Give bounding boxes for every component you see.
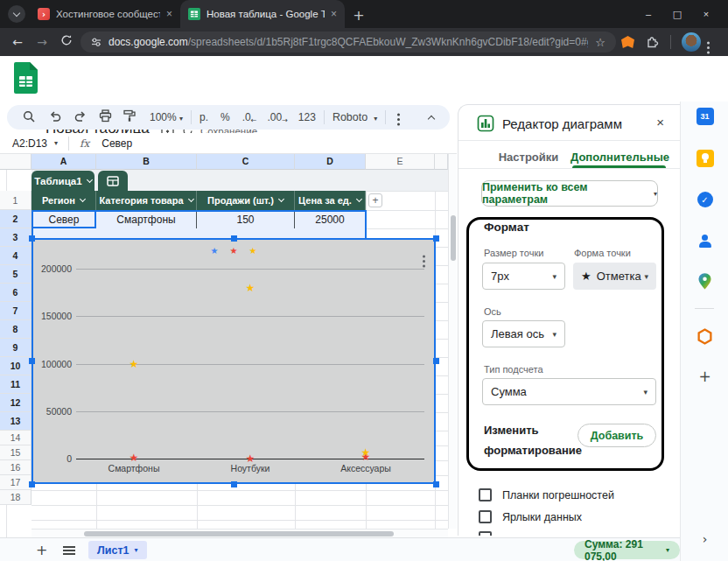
clipped-checkbox[interactable] bbox=[479, 531, 492, 536]
chart-resize-handle[interactable] bbox=[29, 358, 35, 364]
browser-tab-sheets[interactable]: Новая таблица - Google Табли × bbox=[180, 0, 345, 28]
add-sheet-button[interactable]: + bbox=[36, 542, 47, 558]
row-header-11[interactable]: 11 bbox=[0, 375, 32, 394]
tab-customize[interactable]: Дополнительные bbox=[570, 151, 667, 164]
increase-decimal-button[interactable]: .00→ bbox=[267, 111, 287, 124]
name-box-caret-icon[interactable]: ▾ bbox=[54, 139, 58, 147]
column-header-E[interactable]: E bbox=[366, 154, 435, 170]
error-bars-checkbox[interactable] bbox=[479, 488, 492, 501]
point-shape-dropdown[interactable]: ★Отметка▾ bbox=[573, 263, 656, 290]
axis-dropdown[interactable]: Левая ось▾ bbox=[482, 320, 565, 347]
close-window-button[interactable]: × bbox=[691, 1, 721, 27]
row-header-8[interactable]: 8 bbox=[0, 320, 32, 339]
sum-badge[interactable]: Сумма: 291 075,00▾ bbox=[574, 541, 680, 559]
redo-icon[interactable] bbox=[74, 109, 88, 125]
horizontal-scroll-thumb[interactable] bbox=[84, 531, 394, 536]
browser-tab-timeweb[interactable]: › Хостинговое сообщество «Tim × bbox=[30, 0, 180, 28]
chart-resize-handle[interactable] bbox=[231, 481, 237, 487]
row-header-6[interactable]: 6 bbox=[0, 284, 32, 302]
chart-resize-handle[interactable] bbox=[433, 235, 439, 242]
collapse-toolbar-icon[interactable] bbox=[428, 115, 435, 122]
data-labels-checkbox[interactable] bbox=[479, 510, 492, 523]
row-header-17[interactable]: 17 bbox=[0, 475, 32, 490]
horizontal-scrollbar[interactable] bbox=[32, 529, 448, 537]
column-header-A[interactable]: A bbox=[32, 154, 96, 170]
row-header-10[interactable]: 10 bbox=[0, 357, 32, 375]
chart-resize-handle[interactable] bbox=[433, 481, 439, 487]
table-grid-chip[interactable] bbox=[98, 171, 128, 191]
google-keep-icon[interactable] bbox=[681, 150, 728, 167]
chart-menu-kebab[interactable] bbox=[423, 250, 425, 266]
all-sheets-icon[interactable] bbox=[63, 546, 75, 548]
addon-icon[interactable] bbox=[681, 328, 728, 345]
table-name-chip[interactable]: Таблица1 bbox=[32, 171, 94, 191]
google-maps-icon[interactable] bbox=[681, 273, 728, 290]
chart-resize-handle[interactable] bbox=[29, 235, 35, 242]
table-header-sales[interactable]: Продажи (шт.) bbox=[197, 191, 295, 210]
undo-icon[interactable] bbox=[48, 109, 62, 125]
new-tab-button[interactable]: + bbox=[348, 4, 369, 25]
close-panel-icon[interactable]: × bbox=[656, 115, 664, 130]
search-icon[interactable] bbox=[23, 110, 35, 125]
chart-resize-handle[interactable] bbox=[231, 235, 237, 242]
tab-search-button[interactable] bbox=[8, 5, 25, 23]
row-header-16[interactable]: 16 bbox=[0, 460, 32, 475]
row-header-5[interactable]: 5 bbox=[0, 265, 32, 284]
column-header-partial[interactable] bbox=[435, 154, 448, 170]
chart-resize-handle[interactable] bbox=[29, 481, 35, 487]
cell-C2[interactable]: 150 bbox=[197, 210, 295, 228]
toolbar-more-kebab[interactable] bbox=[397, 111, 400, 123]
apply-to-all-dropdown[interactable]: Применить ко всем параметрам▾ bbox=[481, 180, 658, 207]
row-header-9[interactable]: 9 bbox=[0, 339, 32, 357]
row-header-4[interactable]: 4 bbox=[0, 247, 32, 265]
maximize-button[interactable]: □ bbox=[662, 1, 692, 27]
close-tab-icon[interactable]: × bbox=[331, 8, 337, 20]
forward-button[interactable]: → bbox=[32, 34, 52, 50]
decrease-decimal-button[interactable]: .0← bbox=[242, 111, 257, 124]
print-icon[interactable] bbox=[99, 109, 112, 125]
column-header-C[interactable]: C bbox=[197, 154, 295, 170]
row-header-2[interactable]: 2 bbox=[0, 210, 32, 228]
sheet-tab-list1[interactable]: Лист1▾ bbox=[88, 541, 147, 559]
google-sheets-logo[interactable] bbox=[14, 62, 38, 94]
hide-side-panel-icon[interactable]: › bbox=[681, 532, 728, 546]
row-header-18[interactable]: 18 bbox=[0, 490, 32, 505]
row-header-1[interactable]: 1 bbox=[0, 191, 32, 210]
cell-D2[interactable]: 25000 bbox=[295, 210, 366, 228]
font-select[interactable]: Roboto ▾ bbox=[332, 111, 377, 123]
paint-format-icon[interactable] bbox=[123, 109, 136, 125]
get-addons-plus-icon[interactable]: + bbox=[681, 368, 728, 385]
google-tasks-icon[interactable]: ✓ bbox=[681, 192, 728, 207]
currency-format-button[interactable]: р. bbox=[200, 111, 208, 123]
row-header-13[interactable]: 13 bbox=[0, 412, 32, 431]
add-column-button[interactable]: + bbox=[368, 193, 382, 207]
table-header-category[interactable]: Категория товара bbox=[96, 191, 197, 210]
close-tab-icon[interactable]: × bbox=[166, 8, 172, 20]
metamask-extension-icon[interactable] bbox=[621, 36, 634, 48]
reload-button[interactable] bbox=[56, 34, 77, 50]
select-all-corner[interactable] bbox=[0, 154, 32, 170]
extensions-icon[interactable] bbox=[646, 36, 659, 53]
name-box[interactable]: A2:D13 bbox=[12, 137, 47, 150]
number-format-button[interactable]: 123 bbox=[298, 111, 316, 123]
contacts-icon[interactable] bbox=[681, 234, 728, 249]
zoom-select[interactable]: 100% ▾ bbox=[150, 111, 183, 123]
row-header-12[interactable]: 12 bbox=[0, 394, 32, 412]
back-button[interactable]: ← bbox=[7, 34, 28, 50]
percent-format-button[interactable]: % bbox=[220, 111, 230, 123]
vertical-scroll-thumb[interactable] bbox=[451, 215, 456, 261]
column-header-D[interactable]: D bbox=[295, 154, 366, 170]
minimize-button[interactable]: – bbox=[634, 1, 663, 27]
google-calendar-icon[interactable]: 31 bbox=[681, 108, 728, 125]
chart-resize-handle[interactable] bbox=[433, 358, 439, 364]
column-header-B[interactable]: B bbox=[96, 154, 197, 170]
table-header-price[interactable]: Цена за ед. bbox=[295, 191, 366, 210]
row-header-14[interactable]: 14 bbox=[0, 431, 32, 445]
table-header-region[interactable]: Регион bbox=[32, 191, 96, 210]
site-info-icon[interactable] bbox=[91, 37, 102, 47]
row-header-7[interactable]: 7 bbox=[0, 302, 32, 320]
browser-profile-avatar[interactable] bbox=[682, 32, 701, 52]
browser-menu-kebab[interactable] bbox=[707, 37, 710, 53]
aggregate-dropdown[interactable]: Сумма▾ bbox=[482, 378, 656, 405]
row-header-3[interactable]: 3 bbox=[0, 228, 32, 247]
